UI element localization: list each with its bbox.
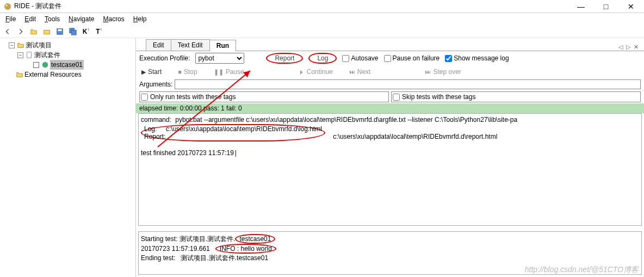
output-pane[interactable]: command: pybot.bat --argumentfile c:\use… <box>138 113 642 226</box>
exec-row: ▶Start ■Stop ❚❚Pause ⏵Continue ⏭Next ⏭St… <box>136 65 644 78</box>
forward-icon[interactable] <box>15 26 26 37</box>
annotation-info: INFO : hello world <box>215 244 276 254</box>
out-report: c:\users\xu\appdata\local\temp\RIDEbvmrf… <box>333 133 497 140</box>
variable-icon[interactable]: T↑ <box>94 26 104 37</box>
tab-run[interactable]: Run <box>209 40 236 51</box>
menubar: File Edit Tools Navigate Macros Help <box>0 13 644 25</box>
tree-case-label: testcase01 <box>50 60 84 70</box>
log-button[interactable]: Log <box>308 53 337 64</box>
collapse-icon[interactable]: − <box>9 42 15 48</box>
profile-select[interactable]: pybot <box>195 53 244 64</box>
out-cmd: pybot.bat --argumentfile c:\users\xu\app… <box>175 116 517 124</box>
save-icon[interactable] <box>54 26 65 37</box>
out-cmd-label: command: <box>141 116 171 124</box>
tree-suite[interactable]: − 测试套件 testcase01 <box>17 50 135 70</box>
only-tags-label: Only run tests with these tags <box>150 93 236 101</box>
tree-root[interactable]: − 测试项目 − 测试套件 <box>9 40 135 70</box>
arguments-input[interactable] <box>175 79 641 89</box>
annotation-log-report: Log: c:\users\xu\appdata\local\temp\RIDE… <box>141 124 325 141</box>
maximize-button[interactable]: □ <box>598 2 614 11</box>
arguments-row: Arguments: <box>136 78 644 90</box>
next-button[interactable]: ⏭Next <box>349 68 371 76</box>
out-log-label: Log: <box>144 125 157 133</box>
menu-file[interactable]: File <box>2 14 19 24</box>
window-controls: — □ ✕ <box>573 2 639 11</box>
tab-textedit[interactable]: Text Edit <box>171 39 210 51</box>
menu-edit[interactable]: Edit <box>21 14 39 24</box>
skip-tags-checkbox[interactable] <box>393 94 400 101</box>
annotation-testcase: testcase01 <box>235 234 275 244</box>
toolbar: K↑ T↑ <box>0 25 644 38</box>
svg-rect-6 <box>71 30 76 35</box>
app-icon <box>3 2 12 11</box>
folder-icon <box>16 71 23 78</box>
file-icon <box>26 51 33 59</box>
show-message-log-checkbox[interactable] <box>445 55 452 62</box>
profile-label: Execution Profile: <box>139 54 190 62</box>
out-log: c:\users\xu\appdata\local\temp\RIDEbvmrf… <box>166 125 322 133</box>
pause-label: Pause on failure <box>393 54 440 62</box>
tree-external-label: External Resources <box>24 70 82 79</box>
minimize-button[interactable]: — <box>573 2 589 11</box>
tree-panel: − 测试项目 − 测试套件 <box>0 38 136 277</box>
skip-tags-box[interactable]: Skip tests with these tags <box>391 91 641 102</box>
start-button[interactable]: ▶Start <box>141 68 162 76</box>
skip-tags-label: Skip tests with these tags <box>402 93 475 101</box>
status-bar: elapsed time: 0:00:00 pass: 1 fail: 0 <box>136 103 644 113</box>
main: − 测试项目 − 测试套件 <box>0 38 644 277</box>
svg-rect-2 <box>44 30 50 34</box>
stop-button[interactable]: ■Stop <box>178 68 197 76</box>
window-title: RIDE - 测试套件 <box>14 2 573 11</box>
close-button[interactable]: ✕ <box>623 2 639 11</box>
pause-on-failure-checkbox[interactable] <box>384 55 391 62</box>
only-tags-box[interactable]: Only run tests with these tags <box>139 91 389 102</box>
stepover-button[interactable]: ⏭Step over <box>425 68 461 76</box>
message-log-pane[interactable]: Starting test: 测试项目.测试套件.testcase01 2017… <box>138 231 642 275</box>
arguments-label: Arguments: <box>139 81 172 88</box>
tabrow: Edit Text Edit Run ◁ ▷ ✕ <box>136 38 644 51</box>
msg-line1a: Starting test: 测试项目.测试套件. <box>141 235 235 243</box>
svg-rect-4 <box>58 29 62 31</box>
testcase-checkbox[interactable] <box>33 62 39 68</box>
continue-button[interactable]: ⏵Continue <box>299 68 333 76</box>
out-report-label: Report: <box>144 133 165 140</box>
back-icon[interactable] <box>2 26 13 37</box>
report-button[interactable]: Report <box>266 53 303 64</box>
tag-row: Only run tests with these tags Skip test… <box>136 90 644 103</box>
right-panel: Edit Text Edit Run ◁ ▷ ✕ Execution Profi… <box>136 38 644 277</box>
collapse-icon[interactable]: − <box>17 52 23 58</box>
tree-external[interactable]: External Resources <box>9 70 135 79</box>
folder-icon <box>17 41 24 49</box>
save-all-icon[interactable] <box>67 26 78 37</box>
tab-edit[interactable]: Edit <box>146 39 171 51</box>
svg-point-8 <box>42 62 48 68</box>
menu-navigate[interactable]: Navigate <box>65 14 97 24</box>
tabnav-close-icon[interactable]: ✕ <box>634 44 639 51</box>
msg-line2a: 20170723 11:57:19.661 <box>141 245 215 253</box>
msg-line3: Ending test: 测试项目.测试套件.testcase01 <box>141 254 268 262</box>
pass-icon <box>41 61 49 69</box>
menu-tools[interactable]: Tools <box>41 14 63 24</box>
out-finished: test finished 20170723 11:57:19 <box>141 149 234 157</box>
menu-macros[interactable]: Macros <box>100 14 127 24</box>
tree-root-label: 测试项目 <box>26 40 52 50</box>
only-tags-checkbox[interactable] <box>141 94 148 101</box>
folder-icon[interactable] <box>41 26 52 37</box>
titlebar: RIDE - 测试套件 — □ ✕ <box>0 0 644 13</box>
svg-point-0 <box>4 3 11 10</box>
menu-help[interactable]: Help <box>130 14 150 24</box>
svg-point-1 <box>6 4 8 6</box>
keyword-icon[interactable]: K↑ <box>81 26 91 37</box>
svg-rect-7 <box>27 52 32 58</box>
msglog-label: Show message log <box>454 54 509 62</box>
tree-suite-label: 测试套件 <box>34 50 60 60</box>
folder-open-icon[interactable] <box>28 26 39 37</box>
tree-case[interactable]: testcase01 <box>26 60 135 70</box>
autosave-label: Autosave <box>351 54 378 62</box>
pause-button[interactable]: ❚❚Pause <box>214 68 244 76</box>
tabnav-prev-icon[interactable]: ◁ <box>618 44 623 51</box>
run-row: Execution Profile: pybot Report Log Auto… <box>136 51 644 65</box>
tabnav-next-icon[interactable]: ▷ <box>626 44 630 51</box>
tabnav: ◁ ▷ ✕ <box>618 44 644 51</box>
autosave-checkbox[interactable] <box>342 55 349 62</box>
